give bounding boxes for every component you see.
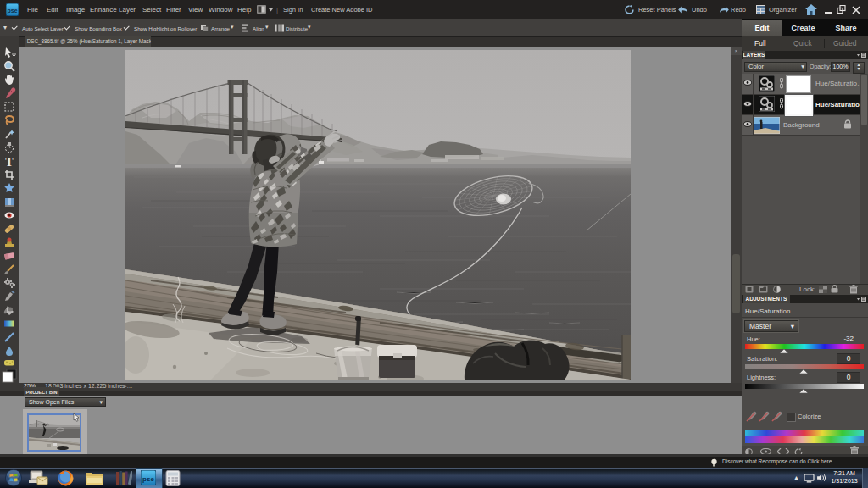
svg-text:pse: pse [7,8,17,14]
svg-text:pse: pse [142,475,154,483]
svg-text:T: T [5,156,14,169]
